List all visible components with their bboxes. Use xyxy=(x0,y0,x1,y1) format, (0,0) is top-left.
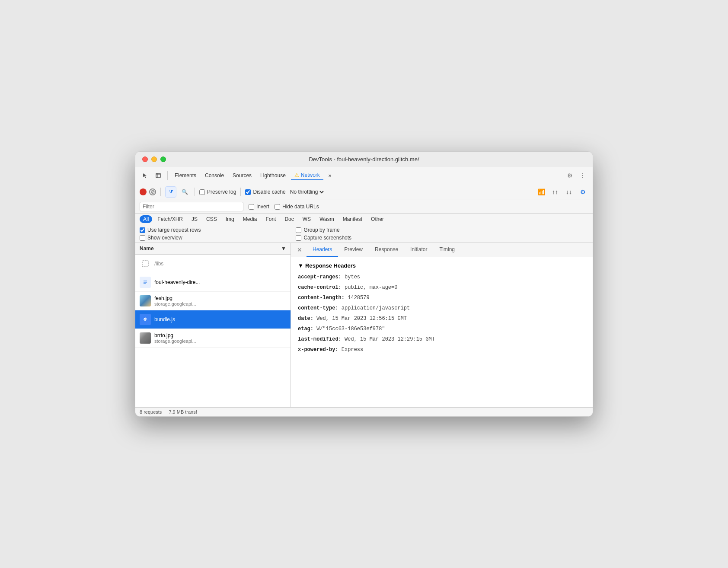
svg-rect-0 xyxy=(156,173,160,178)
type-btn-img[interactable]: Img xyxy=(222,215,238,223)
show-overview-checkbox[interactable] xyxy=(140,235,145,241)
tab-sources[interactable]: Sources xyxy=(229,171,255,180)
type-btn-media[interactable]: Media xyxy=(239,215,261,223)
bundle-name: bundle.js xyxy=(154,316,175,322)
brrto-name: brrto.jpg xyxy=(154,332,196,338)
tab-more[interactable]: » xyxy=(325,171,335,180)
maximize-button[interactable] xyxy=(160,156,166,162)
file-item-foul[interactable]: foul-heavenly-dire... xyxy=(135,273,291,292)
traffic-lights xyxy=(142,156,166,162)
type-btn-font[interactable]: Font xyxy=(262,215,279,223)
hide-data-urls-checkbox[interactable] xyxy=(275,204,280,210)
filter-input[interactable] xyxy=(140,202,243,211)
capture-screenshots-label[interactable]: Capture screenshots xyxy=(296,235,351,241)
doc-icon xyxy=(140,277,151,288)
more-options-icon[interactable]: ⋮ xyxy=(577,170,588,181)
devtools-window: DevTools - foul-heavenly-direction.glitc… xyxy=(135,151,593,417)
file-list: Name ▼ /libs xyxy=(135,243,291,407)
preserve-log-label[interactable]: Preserve log xyxy=(199,189,236,195)
main-toolbar: Elements Console Sources Lighthouse ⚠ Ne… xyxy=(135,167,593,184)
use-large-rows-label[interactable]: Use large request rows xyxy=(140,227,201,233)
tab-network[interactable]: ⚠ Network xyxy=(291,171,323,180)
header-key: content-type: xyxy=(298,305,338,311)
type-btn-manifest[interactable]: Manifest xyxy=(339,215,366,223)
bundle-info: bundle.js xyxy=(154,316,175,322)
settings-2-icon[interactable]: ⚙ xyxy=(577,186,588,198)
use-large-rows-checkbox[interactable] xyxy=(140,227,145,233)
header-row: cache-control: public, max-age=0 xyxy=(298,284,586,291)
file-item-bundle[interactable]: bundle.js xyxy=(135,310,291,329)
wifi-settings-icon[interactable]: 📶 xyxy=(536,186,547,198)
download-icon[interactable]: ↓ xyxy=(563,186,575,198)
fesh-sub: storage.googleapi... xyxy=(154,301,196,306)
show-overview-label[interactable]: Show overview xyxy=(140,235,201,241)
minimize-button[interactable] xyxy=(151,156,157,162)
header-value: public, max-age=0 xyxy=(345,284,397,290)
type-btn-js[interactable]: JS xyxy=(188,215,201,223)
cursor-icon[interactable] xyxy=(140,170,151,181)
group-by-frame-label[interactable]: Group by frame xyxy=(296,227,351,233)
net-sep-3 xyxy=(240,188,241,196)
type-btn-ws[interactable]: WS xyxy=(299,215,314,223)
status-bar: 8 requests 7.9 MB transf xyxy=(135,407,593,416)
libs-icon xyxy=(140,258,151,269)
header-row: date: Wed, 15 Mar 2023 12:56:15 GMT xyxy=(298,315,586,322)
header-row: etag: W/"15cc63-186e53ef978" xyxy=(298,325,586,333)
collapse-icon[interactable]: ▼ xyxy=(298,262,303,269)
close-button[interactable] xyxy=(142,156,148,162)
filter-bar: Invert Hide data URLs xyxy=(135,200,593,214)
main-area: Name ▼ /libs xyxy=(135,243,593,407)
type-btn-doc[interactable]: Doc xyxy=(281,215,297,223)
sort-icon[interactable]: ▼ xyxy=(281,246,286,252)
tab-initiator[interactable]: Initiator xyxy=(404,243,433,257)
header-key: accept-ranges: xyxy=(298,274,342,280)
tab-timing[interactable]: Timing xyxy=(433,243,461,257)
search-button[interactable]: 🔍 xyxy=(179,186,190,198)
disable-cache-checkbox[interactable] xyxy=(245,189,251,195)
disable-cache-label[interactable]: Disable cache xyxy=(245,189,285,195)
settings-icon[interactable]: ⚙ xyxy=(564,170,575,181)
preserve-log-checkbox[interactable] xyxy=(199,189,205,195)
file-item-fesh[interactable]: fesh.jpg storage.googleapi... xyxy=(135,292,291,310)
tab-headers[interactable]: Headers xyxy=(307,243,338,257)
file-item-brrto[interactable]: brrto.jpg storage.googleapi... xyxy=(135,329,291,348)
filter-button[interactable]: ⧩ xyxy=(165,186,176,198)
header-value: W/"15cc63-186e53ef978" xyxy=(316,326,385,332)
type-btn-css[interactable]: CSS xyxy=(203,215,220,223)
header-key: last-modified: xyxy=(298,336,342,342)
record-button[interactable] xyxy=(140,188,147,195)
detail-content: ▼ Response Headers accept-ranges: bytesc… xyxy=(291,257,593,407)
bundle-js-icon xyxy=(140,314,151,325)
capture-screenshots-checkbox[interactable] xyxy=(296,235,301,241)
upload-icon[interactable]: ↑ xyxy=(549,186,561,198)
fesh-info: fesh.jpg storage.googleapi... xyxy=(154,295,196,306)
throttle-select[interactable]: No throttling xyxy=(288,188,325,195)
type-btn-all[interactable]: All xyxy=(140,215,152,223)
header-key: etag: xyxy=(298,326,313,332)
invert-checkbox[interactable] xyxy=(249,204,254,210)
brrto-sub: storage.googleapi... xyxy=(154,338,196,344)
hide-data-urls-label[interactable]: Hide data URLs xyxy=(275,204,319,210)
tab-console[interactable]: Console xyxy=(201,171,227,180)
tab-elements[interactable]: Elements xyxy=(171,171,200,180)
tab-preview[interactable]: Preview xyxy=(338,243,369,257)
brrto-img-icon xyxy=(140,332,151,344)
invert-label[interactable]: Invert xyxy=(249,204,269,210)
fesh-img-icon xyxy=(140,295,151,306)
type-btn-wasm[interactable]: Wasm xyxy=(316,215,338,223)
type-btn-other[interactable]: Other xyxy=(367,215,387,223)
clear-button[interactable]: ⊘ xyxy=(149,188,156,195)
inspect-icon[interactable] xyxy=(153,170,164,181)
file-item-libs[interactable]: /libs xyxy=(135,255,291,273)
header-value: Wed, 15 Mar 2023 12:29:15 GMT xyxy=(345,336,435,342)
brrto-info: brrto.jpg storage.googleapi... xyxy=(154,332,196,344)
type-btn-fetch[interactable]: Fetch/XHR xyxy=(154,215,186,223)
type-filter-bar: All Fetch/XHR JS CSS Img Media Font Doc … xyxy=(135,214,593,225)
tab-response[interactable]: Response xyxy=(369,243,404,257)
group-by-frame-checkbox[interactable] xyxy=(296,227,301,233)
header-key: x-powered-by: xyxy=(298,347,338,353)
svg-rect-3 xyxy=(142,316,148,322)
close-detail-button[interactable]: ✕ xyxy=(295,246,304,254)
header-row: accept-ranges: bytes xyxy=(298,273,586,281)
tab-lighthouse[interactable]: Lighthouse xyxy=(257,171,289,180)
